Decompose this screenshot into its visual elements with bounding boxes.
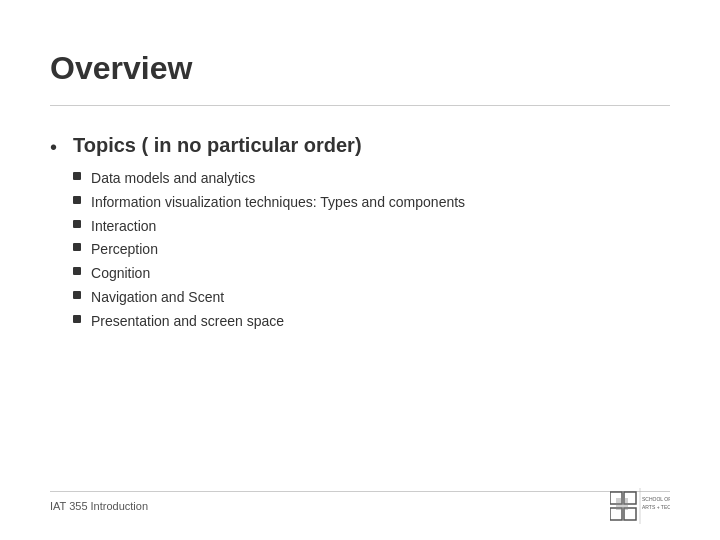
list-item: Presentation and screen space — [73, 310, 465, 334]
list-item-text: Cognition — [91, 262, 150, 286]
svg-rect-4 — [616, 498, 628, 510]
footer-section: IAT 355 Introduction SCHOOL OF INTERACTI… — [50, 488, 670, 524]
sub-bullet-icon — [73, 220, 81, 228]
content-section: • Topics ( in no particular order) Data … — [0, 106, 720, 334]
sub-bullet-icon — [73, 243, 81, 251]
sub-bullet-icon — [73, 267, 81, 275]
sub-list: Data models and analyticsInformation vis… — [73, 167, 465, 334]
list-item-text: Perception — [91, 238, 158, 262]
svg-text:ARTS + TECHNOLOGY: ARTS + TECHNOLOGY — [642, 504, 670, 510]
sub-bullet-icon — [73, 315, 81, 323]
topics-content: Topics ( in no particular order) Data mo… — [73, 134, 465, 334]
list-item: Navigation and Scent — [73, 286, 465, 310]
svg-text:SCHOOL OF INTERACTIVE: SCHOOL OF INTERACTIVE — [642, 496, 670, 502]
list-item: Perception — [73, 238, 465, 262]
list-item-text: Presentation and screen space — [91, 310, 284, 334]
main-bullet: • — [50, 136, 57, 159]
list-item: Data models and analytics — [73, 167, 465, 191]
slide-container: Overview • Topics ( in no particular ord… — [0, 0, 720, 540]
list-item-text: Interaction — [91, 215, 156, 239]
logo-area: SCHOOL OF INTERACTIVE ARTS + TECHNOLOGY — [610, 488, 670, 524]
footer-text: IAT 355 Introduction — [50, 500, 148, 512]
title-section: Overview — [0, 0, 720, 87]
list-item-text: Data models and analytics — [91, 167, 255, 191]
logo-icon: SCHOOL OF INTERACTIVE ARTS + TECHNOLOGY — [610, 488, 670, 524]
topics-heading: Topics ( in no particular order) — [73, 134, 465, 157]
sub-bullet-icon — [73, 291, 81, 299]
list-item: Cognition — [73, 262, 465, 286]
list-item-text: Information visualization techniques: Ty… — [91, 191, 465, 215]
slide-title: Overview — [50, 50, 670, 87]
sub-bullet-icon — [73, 172, 81, 180]
list-item-text: Navigation and Scent — [91, 286, 224, 310]
sub-bullet-icon — [73, 196, 81, 204]
list-item: Information visualization techniques: Ty… — [73, 191, 465, 215]
topics-row: • Topics ( in no particular order) Data … — [50, 134, 670, 334]
list-item: Interaction — [73, 215, 465, 239]
